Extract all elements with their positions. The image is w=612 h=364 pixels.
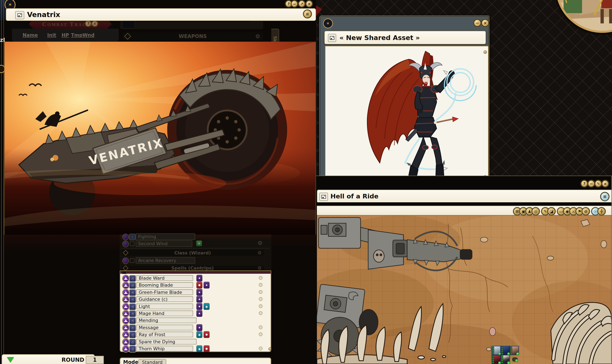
spell-name-input[interactable]: Message <box>136 325 193 330</box>
tracker-col-hp[interactable]: HP <box>62 32 69 38</box>
blue-knight-token[interactable] <box>501 346 510 355</box>
green-down-triangle-icon[interactable] <box>7 357 14 362</box>
tracker-col-init[interactable]: Init <box>47 32 56 38</box>
spell-name-input[interactable]: Guidance (c) <box>136 296 193 302</box>
spell-prepare-icon[interactable] <box>122 325 129 331</box>
weapons-gear-icon[interactable]: ⚙ <box>255 34 260 39</box>
spell-prepare-icon[interactable] <box>122 275 129 282</box>
map-title-icon[interactable] <box>319 193 328 201</box>
venatrix-resize-button[interactable]: ↗ <box>299 0 305 7</box>
spell-name-input[interactable]: Mage Hand <box>136 311 193 316</box>
damage-badge-icon[interactable]: ✸ <box>204 331 209 338</box>
spell-prepare-icon[interactable] <box>122 289 129 296</box>
red-creature-token[interactable] <box>492 355 501 364</box>
venatrix-minimize-button[interactable]: − <box>291 0 298 7</box>
spell-cast-icon[interactable]: ☝ <box>129 296 136 303</box>
ability-fighting-input[interactable]: Fighting <box>136 233 195 240</box>
tracker-col-name[interactable]: Name <box>23 32 38 38</box>
spell-prepare-icon[interactable] <box>122 346 129 352</box>
gem-badge-icon[interactable]: ◈ <box>196 331 202 338</box>
spell-cast-icon[interactable]: ☝ <box>129 310 136 317</box>
tracker-col-wnd[interactable]: Wnd <box>82 32 94 38</box>
effect-badge-icon[interactable]: ✦ <box>204 282 209 288</box>
effect-badge-icon[interactable]: ✦ <box>196 303 202 310</box>
tracker-col-tmp[interactable]: Tmp <box>71 32 82 38</box>
class-gear-icon[interactable]: ⚙ <box>257 250 262 255</box>
second-wind-add-button[interactable]: + <box>196 240 202 247</box>
spell-cast-icon[interactable]: ☝ <box>129 331 136 338</box>
spell-options-gear-icon[interactable]: ⚙ <box>258 311 263 316</box>
ability-spell-icon[interactable] <box>122 234 129 240</box>
venatrix-title-icon[interactable] <box>15 11 24 19</box>
spell-cast-icon[interactable]: ☝ <box>129 325 136 331</box>
effect-badge-icon[interactable]: ✦ <box>196 289 202 296</box>
ability-gear-icon[interactable]: ⚙ <box>258 240 262 246</box>
spell-cast-icon[interactable]: ☝ <box>129 317 136 324</box>
spell-name-input[interactable]: Spare the Dying <box>136 339 197 345</box>
damage-badge-icon[interactable]: ✸ <box>196 282 202 288</box>
map-canvas[interactable] <box>317 215 612 364</box>
ability-checkbox[interactable] <box>130 242 134 246</box>
spell-name-input[interactable]: Booming Blade <box>136 282 193 288</box>
venatrix-titlebar[interactable]: Venatrix <box>6 8 316 21</box>
spell-cast-icon[interactable]: ☝ <box>129 346 136 352</box>
tracker-close-button[interactable]: × <box>91 20 98 27</box>
venatrix-image[interactable]: VENATRIX <box>4 42 316 234</box>
ability-spell-icon[interactable] <box>122 241 129 247</box>
map-titlebar[interactable]: Hell of a Ride ≡ <box>317 190 612 203</box>
eraser-tool-icon[interactable]: ◪ <box>547 208 555 215</box>
spell-options-gear-icon[interactable]: ⚙ <box>258 346 263 351</box>
spell-cast-icon[interactable]: ☝ <box>129 303 136 310</box>
spell-options-gear-icon[interactable]: ⚙ <box>258 325 263 330</box>
map-menu-button[interactable]: ≡ <box>600 192 609 201</box>
gem-badge-icon[interactable]: ◈ <box>204 303 209 310</box>
spell-options-gear-icon[interactable]: ⚙ <box>258 282 263 288</box>
spell-prepare-icon[interactable] <box>122 331 129 338</box>
asset-titlebar[interactable]: « New Shared Asset » <box>324 31 486 44</box>
spell-prepare-icon[interactable] <box>122 338 129 346</box>
damage-badge-icon[interactable]: ✸ <box>204 345 209 352</box>
map-help-button[interactable]: ? <box>581 180 588 187</box>
spell-prepare-icon[interactable] <box>122 317 129 324</box>
venatrix-close-button[interactable]: × <box>306 0 313 7</box>
spell-options-gear-icon[interactable]: ⚙ <box>258 296 263 302</box>
spell-cast-icon[interactable]: ☝ <box>129 275 136 282</box>
spell-options-gear-icon[interactable]: ⚙ <box>258 289 263 295</box>
effect-badge-icon[interactable]: ✦ <box>196 324 202 331</box>
class-ability-checkbox[interactable] <box>130 258 134 263</box>
move-tool-icon[interactable]: ╬ <box>598 208 605 215</box>
spells-gear-icon[interactable]: ⚙ <box>257 266 262 271</box>
spell-name-input[interactable]: Mending <box>136 317 197 323</box>
spell-prepare-icon[interactable] <box>122 282 129 289</box>
scroll-knob[interactable] <box>268 347 272 351</box>
spell-options-gear-icon[interactable]: ⚙ <box>258 303 263 309</box>
spell-cast-icon[interactable]: ☝ <box>129 338 136 346</box>
asset-content[interactable] <box>325 46 488 180</box>
gem-badge-icon[interactable]: ◈ <box>196 345 202 352</box>
round-value-box[interactable]: 1 <box>86 356 104 364</box>
map-minimize-button[interactable]: − <box>588 180 595 187</box>
ability-cast-icon[interactable]: ☝ <box>129 234 136 240</box>
effect-badge-icon[interactable]: ✦ <box>196 275 202 282</box>
spell-prepare-icon[interactable] <box>122 303 129 310</box>
spell-name-input[interactable]: Green-Flame Blade <box>136 289 193 295</box>
effect-badge-icon[interactable]: ✦ <box>196 296 202 303</box>
hidden-tool-icon[interactable]: ⊘ <box>582 208 590 215</box>
map-close-button[interactable]: × <box>602 180 609 187</box>
asset-title-icon[interactable] <box>328 34 336 42</box>
ability-secondwind-input[interactable]: Second Wind <box>136 240 192 247</box>
small-creature-token[interactable] <box>512 357 518 362</box>
spell-cast-icon[interactable]: ☝ <box>129 282 136 289</box>
spell-name-input[interactable]: Light <box>136 303 193 309</box>
spell-options-gear-icon[interactable]: ⚙ <box>258 332 263 337</box>
red-bearded-dwarf-token[interactable] <box>510 346 519 355</box>
mode-value-box[interactable]: Standard <box>138 359 166 364</box>
venatrix-menu-button[interactable]: ≡ <box>303 10 312 18</box>
spell-prepare-icon[interactable] <box>122 296 129 303</box>
dark-haired-woman-token[interactable] <box>501 355 510 364</box>
spell-prepare-icon[interactable] <box>122 310 129 317</box>
asset-minimize-button[interactable]: − <box>474 19 481 27</box>
tracker-help-button[interactable]: ? <box>85 20 91 27</box>
pale-warrior-token[interactable] <box>492 346 501 355</box>
class-ability-icon[interactable] <box>122 258 129 264</box>
